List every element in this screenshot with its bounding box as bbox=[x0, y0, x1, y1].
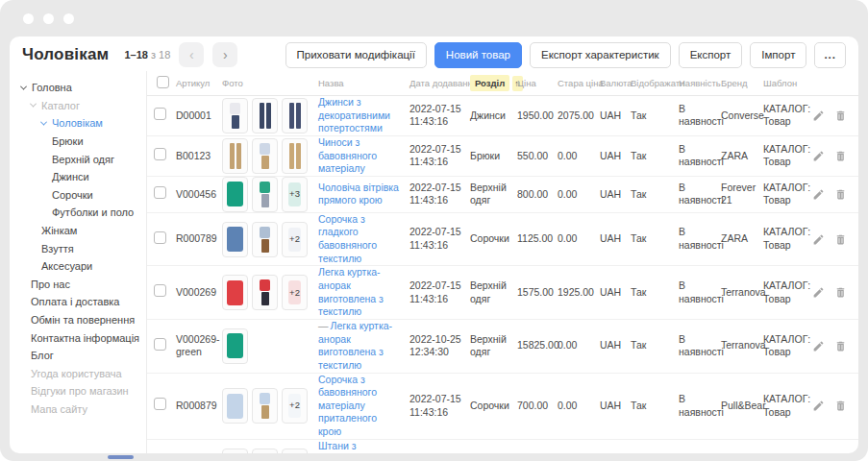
product-photo[interactable] bbox=[252, 388, 278, 424]
product-photo[interactable] bbox=[222, 449, 248, 453]
export-characteristics-button[interactable]: Експорт характеристик bbox=[530, 42, 671, 68]
row-checkbox[interactable] bbox=[154, 338, 166, 351]
product-photo[interactable] bbox=[252, 138, 278, 174]
product-photo[interactable] bbox=[282, 138, 308, 174]
product-photo[interactable] bbox=[252, 275, 278, 310]
delete-icon[interactable] bbox=[834, 286, 847, 299]
product-photo[interactable] bbox=[222, 275, 248, 310]
cell-actions bbox=[813, 233, 858, 246]
product-link[interactable]: Джинси з декоративними потертостями bbox=[318, 96, 390, 133]
more-photos-badge[interactable]: +2 bbox=[282, 275, 308, 310]
sidebar-item[interactable]: Жінкам bbox=[10, 222, 146, 240]
sidebar-item[interactable]: Відгуки про магазин bbox=[10, 382, 146, 400]
delete-icon[interactable] bbox=[834, 340, 847, 352]
edit-icon[interactable] bbox=[812, 400, 825, 412]
sidebar-item[interactable]: Контактна інформація bbox=[10, 328, 146, 347]
more-photos-badge[interactable]: +2 bbox=[282, 388, 308, 424]
sidebar-item[interactable]: Верхній одяг bbox=[10, 150, 146, 168]
product-photo[interactable] bbox=[252, 449, 278, 453]
row-checkbox[interactable] bbox=[154, 398, 166, 410]
row-checkbox[interactable] bbox=[154, 231, 166, 244]
prev-page-button[interactable]: ‹ bbox=[179, 42, 204, 67]
edit-icon[interactable] bbox=[812, 340, 825, 352]
variant-dash: — bbox=[318, 320, 329, 331]
garment-shape bbox=[260, 182, 270, 207]
sidebar-item[interactable]: Брюки bbox=[10, 133, 146, 151]
product-photo[interactable] bbox=[252, 98, 278, 133]
more-photos-badge[interactable]: +3 bbox=[282, 177, 308, 212]
product-photo[interactable] bbox=[222, 98, 248, 133]
new-product-button[interactable]: Новий товар bbox=[434, 42, 522, 68]
product-photo[interactable] bbox=[222, 138, 248, 174]
cell-availability: В наявності bbox=[675, 103, 717, 129]
cell-template: КАТАЛОГ: Товар bbox=[759, 333, 813, 359]
scrollbar-thumb[interactable] bbox=[108, 455, 134, 459]
product-link[interactable]: Легка куртка-анорак виготовлена з тексти… bbox=[318, 320, 392, 371]
cell-template: КАТАЛОГ: Товар bbox=[759, 226, 813, 252]
more-actions-button[interactable]: ... bbox=[814, 42, 846, 68]
edit-icon[interactable] bbox=[812, 286, 825, 299]
window-close-dot[interactable] bbox=[23, 13, 34, 24]
next-page-button[interactable]: › bbox=[212, 42, 237, 67]
product-photo[interactable] bbox=[222, 222, 248, 257]
product-photo[interactable] bbox=[222, 388, 248, 424]
import-button[interactable]: Імпорт bbox=[750, 42, 806, 68]
sidebar-item[interactable]: Футболки и поло bbox=[10, 204, 146, 222]
product-link[interactable]: Штани з бавовняного матеріалу прямого кр… bbox=[318, 440, 383, 453]
hide-modifications-button[interactable]: Приховати модифікації bbox=[285, 42, 427, 68]
sidebar-item[interactable]: Мапа сайту bbox=[10, 400, 146, 419]
row-checkbox[interactable] bbox=[154, 186, 166, 199]
sidebar-item[interactable]: Взуття bbox=[10, 239, 146, 257]
sidebar-item[interactable]: Каталог bbox=[10, 97, 146, 115]
product-photo[interactable] bbox=[282, 98, 308, 133]
more-photos-badge[interactable]: +2 bbox=[282, 222, 308, 257]
currency-value: UAH bbox=[600, 109, 621, 121]
cell-actions bbox=[813, 150, 858, 162]
sidebar-item[interactable]: Угода користувача bbox=[10, 365, 146, 383]
time-value: 11:43:16 bbox=[409, 194, 463, 207]
window-minimize-dot[interactable] bbox=[43, 13, 54, 24]
cell-name: Чоловіча вітрівка прямого крою bbox=[314, 182, 406, 207]
sidebar-item[interactable]: Про нас bbox=[10, 276, 146, 294]
price-value: 700.00 bbox=[517, 400, 548, 411]
sidebar-item[interactable]: Головна bbox=[10, 79, 146, 97]
product-link[interactable]: Сорочка з бавовняного матеріалу притален… bbox=[318, 374, 377, 438]
delete-icon[interactable] bbox=[834, 188, 847, 201]
cell-actions bbox=[813, 286, 858, 299]
sidebar-item-label: Мапа сайту bbox=[31, 403, 87, 415]
cell-currency: UAH bbox=[596, 339, 627, 352]
product-link[interactable]: Чоловіча вітрівка прямого крою bbox=[318, 182, 399, 206]
cell-date: 2022-07-1511:43:16 bbox=[406, 226, 466, 252]
row-checkbox[interactable] bbox=[154, 108, 166, 120]
delete-icon[interactable] bbox=[834, 233, 847, 246]
product-photo[interactable] bbox=[222, 328, 248, 364]
sorted-column-label[interactable]: Розділ bbox=[470, 75, 509, 91]
sidebar-item[interactable]: Чоловікам bbox=[10, 114, 146, 133]
delete-icon[interactable] bbox=[834, 109, 847, 122]
pagination-total: з 18 bbox=[151, 49, 170, 61]
row-checkbox[interactable] bbox=[154, 284, 166, 297]
select-all-checkbox[interactable] bbox=[157, 76, 169, 88]
delete-icon[interactable] bbox=[834, 400, 847, 412]
product-link[interactable]: Чиноси з бавовняного матеріалу bbox=[318, 136, 377, 174]
product-photo[interactable] bbox=[252, 177, 278, 212]
sidebar-item[interactable]: Оплата і доставка bbox=[10, 293, 146, 311]
sidebar-item[interactable]: Джинси bbox=[10, 168, 146, 186]
sidebar-item[interactable]: Обмін та повернення bbox=[10, 311, 146, 329]
row-checkbox[interactable] bbox=[154, 148, 166, 160]
edit-icon[interactable] bbox=[812, 150, 825, 162]
window-maximize-dot[interactable] bbox=[63, 13, 74, 24]
sidebar-item[interactable]: Аксесуари bbox=[10, 257, 146, 276]
sidebar-item[interactable]: Блог bbox=[10, 347, 146, 365]
edit-icon[interactable] bbox=[812, 188, 825, 201]
edit-icon[interactable] bbox=[812, 233, 825, 246]
more-photos-badge[interactable]: +2 bbox=[282, 449, 308, 453]
edit-icon[interactable] bbox=[812, 109, 825, 122]
product-photo[interactable] bbox=[222, 177, 248, 212]
export-button[interactable]: Експорт bbox=[679, 42, 743, 68]
product-link[interactable]: Легка куртка-анорак виготовлена з тексти… bbox=[318, 266, 384, 317]
product-link[interactable]: Сорочка з гладкого бавовняного текстилю bbox=[318, 213, 377, 264]
delete-icon[interactable] bbox=[834, 150, 847, 162]
sidebar-item[interactable]: Сорочки bbox=[10, 186, 146, 205]
product-photo[interactable] bbox=[252, 222, 278, 257]
